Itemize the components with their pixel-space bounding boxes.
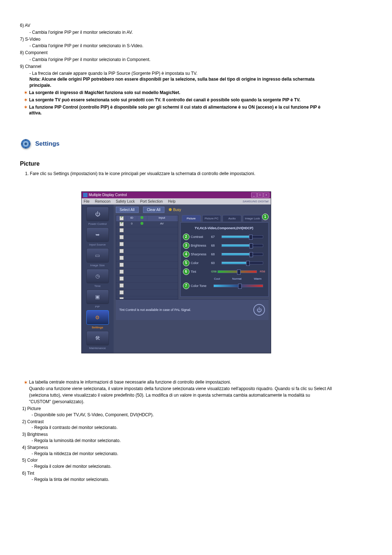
bl6-desc: - Regola la tinta del monitor selezionat… bbox=[32, 477, 332, 483]
li8-label: Component bbox=[25, 50, 48, 55]
status-dot-icon bbox=[140, 222, 143, 225]
sharpness-slider[interactable] bbox=[221, 253, 263, 256]
menu-help[interactable]: Help bbox=[168, 199, 176, 203]
menu-file[interactable]: File bbox=[84, 199, 90, 203]
callout-7: 7 bbox=[183, 283, 189, 289]
li7-desc: - Cambia l'origine PIP per il monitor se… bbox=[29, 43, 332, 49]
maximize-button[interactable]: □ bbox=[257, 193, 263, 198]
svg-point-2 bbox=[25, 143, 27, 145]
li9-desc: - La freccia del canale appare quando la… bbox=[29, 70, 332, 77]
contrast-label: Contrast bbox=[191, 235, 211, 239]
app-window: Multiple Display Control _□× File Remoco… bbox=[81, 191, 271, 353]
busy-indicator: Busy bbox=[169, 208, 181, 212]
tint-g-value: G58 bbox=[211, 270, 217, 273]
menu-remocon[interactable]: Remocon bbox=[95, 199, 110, 203]
select-all-button[interactable]: Select All bbox=[116, 207, 139, 213]
th-input: Input bbox=[147, 216, 177, 220]
colortone-slider[interactable] bbox=[213, 284, 263, 287]
sidebar-image-label: Image Size bbox=[90, 264, 105, 267]
bl3-desc: - Regola la luminosità del monitor selez… bbox=[32, 438, 332, 444]
sidebar-time[interactable]: ◷ bbox=[86, 269, 109, 283]
row-input: AV bbox=[147, 222, 177, 226]
tint-r-value: R58 bbox=[260, 270, 265, 273]
bottom-star: ✶ La tabella centrale mostra le informaz… bbox=[24, 379, 332, 405]
color-slider[interactable] bbox=[221, 262, 263, 264]
tab-picturepc[interactable]: Picture PC bbox=[202, 215, 221, 222]
bl4-label: Sharpness bbox=[27, 445, 48, 450]
bl4-desc: - Regola la nitidezza del monitor selezi… bbox=[32, 451, 332, 457]
clear-all-button[interactable]: Clear All bbox=[143, 207, 164, 213]
minimize-button[interactable]: _ bbox=[251, 193, 257, 198]
picture-title: Picture bbox=[20, 161, 332, 167]
li6-label: AV bbox=[25, 23, 30, 28]
th-id: ID bbox=[127, 216, 137, 220]
menubar: File Remocon Safety Lock Port Selection … bbox=[82, 198, 271, 204]
toolbar: Select All Clear All Busy bbox=[116, 207, 269, 213]
callout-6: 6 bbox=[183, 268, 189, 275]
svg-rect-3 bbox=[25, 139, 26, 141]
sidebar-maintenance[interactable]: 🛠 bbox=[86, 331, 109, 345]
header-line: TV,AV,S-Video,Component,DVI(HDCP) bbox=[183, 226, 265, 230]
star-note-3-text: La funzione PIP Control (controllo PIP) … bbox=[29, 104, 332, 117]
app-icon bbox=[83, 193, 87, 197]
callout-4: 4 bbox=[183, 251, 189, 258]
star-icon: ✶ bbox=[24, 379, 29, 386]
sidebar-pip[interactable]: ▣ bbox=[86, 289, 109, 304]
right-panel: 1 Picture Picture PC Audio Image Lock TV… bbox=[180, 215, 269, 299]
tint-slider[interactable] bbox=[217, 270, 257, 273]
color-row: 5 Color 60 bbox=[183, 260, 265, 266]
list-item-9: 9) Channel bbox=[20, 64, 332, 70]
window-controls[interactable]: _□× bbox=[251, 193, 269, 198]
row-checkbox[interactable] bbox=[119, 222, 124, 226]
bl2-desc: - Regola il contrasto del monitor selezi… bbox=[32, 425, 332, 431]
sidebar-image[interactable]: ▭ bbox=[86, 248, 109, 263]
bottom-para: Quando una funzione viene selezionata, i… bbox=[29, 386, 332, 404]
footer-text: Tint Control is not available in case of… bbox=[119, 308, 191, 312]
star-note-1: ✶ La sorgente di ingresso di MagicNet fu… bbox=[24, 90, 332, 96]
contrast-value: 67 bbox=[211, 235, 221, 239]
bottom-star-text: La tabella centrale mostra le informazio… bbox=[29, 379, 332, 405]
tab-picture[interactable]: Picture bbox=[182, 215, 201, 222]
bl3-label: Brightness bbox=[27, 432, 48, 437]
sidebar-power-label: Power Control bbox=[88, 222, 107, 226]
footer-bar: Tint Control is not available in case of… bbox=[116, 299, 269, 320]
brightness-row: 3 Brightness 68 bbox=[183, 242, 265, 249]
titlebar: Multiple Display Control _□× bbox=[82, 192, 271, 198]
bl5-label: Color bbox=[27, 458, 38, 463]
sharpness-row: 4 Sharpness 68 bbox=[183, 251, 265, 258]
color-label: Color bbox=[191, 261, 211, 265]
sharpness-label: Sharpness bbox=[191, 252, 211, 256]
menu-safety[interactable]: Safety Lock bbox=[116, 199, 135, 203]
tab-audio[interactable]: Audio bbox=[222, 215, 241, 222]
star-note-3: ✶ La funzione PIP Control (controllo PIP… bbox=[24, 104, 332, 117]
intro-line: 1. Fare clic su Settings (impostazioni) … bbox=[25, 171, 332, 177]
bl-6: 6) Tint bbox=[22, 470, 332, 477]
table-row[interactable]: 0 AV bbox=[116, 221, 178, 227]
tab-imagelock[interactable]: Image Lock bbox=[243, 215, 262, 222]
sidebar: ⏻ Power Control ➥ Input Source ▭ Image S… bbox=[82, 204, 114, 353]
li8-desc: - Cambia l'origine PIP per il monitor se… bbox=[29, 57, 332, 63]
sidebar-settings[interactable]: ⚙ bbox=[86, 310, 109, 325]
sidebar-power[interactable]: ⏻ bbox=[86, 207, 109, 221]
sidebar-input[interactable]: ➥ bbox=[86, 227, 109, 242]
contrast-slider[interactable] bbox=[221, 235, 263, 238]
tone-labels: Cool Normal Warm bbox=[214, 277, 262, 280]
device-table: ID Input 0 AV bbox=[116, 215, 178, 299]
callout-5: 5 bbox=[183, 260, 189, 266]
brightness-value: 68 bbox=[211, 244, 221, 247]
brightness-slider[interactable] bbox=[221, 244, 263, 247]
bl6-label: Tint bbox=[27, 471, 34, 476]
tint-label: Tint bbox=[191, 270, 211, 274]
settings-title: Settings bbox=[35, 140, 60, 147]
window-title: Multiple Display Control bbox=[89, 193, 127, 197]
contrast-row: 2 Contrast 67 bbox=[183, 234, 265, 240]
power-icon[interactable]: ⏻ bbox=[253, 304, 265, 316]
star-icon: ✶ bbox=[24, 104, 29, 110]
menu-port[interactable]: Port Selection bbox=[140, 199, 163, 203]
close-button[interactable]: × bbox=[264, 193, 269, 198]
star-note-2: ✶ La sorgente TV può essere selezionata … bbox=[24, 97, 332, 103]
brightness-label: Brightness bbox=[191, 244, 211, 247]
tabs: Picture Picture PC Audio Image Lock bbox=[180, 215, 262, 222]
tint-row: 6 Tint G58 R58 bbox=[183, 268, 265, 275]
sidebar-time-label: Time bbox=[94, 284, 101, 288]
